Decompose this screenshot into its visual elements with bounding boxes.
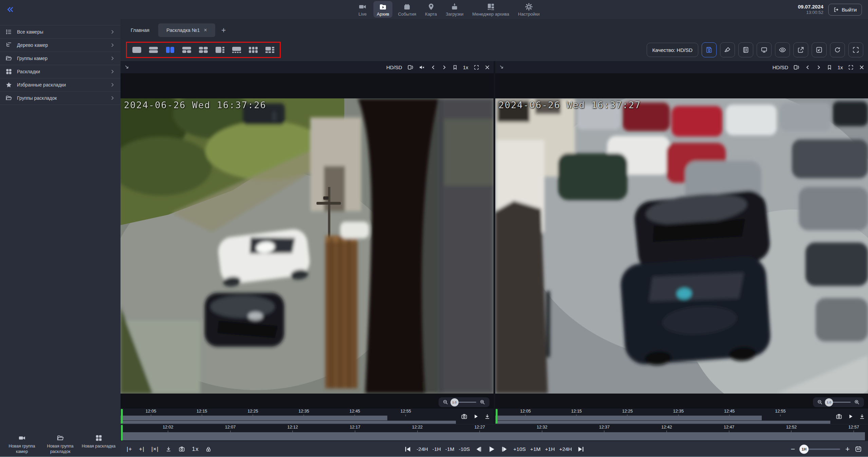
quality-button[interactable]: Качество: HD/SD bbox=[647, 43, 698, 57]
mark-range-start-button[interactable]: |+ bbox=[127, 446, 132, 453]
zoom-out-icon[interactable] bbox=[443, 399, 448, 405]
nav-archive-manager[interactable]: Менеджер архива bbox=[469, 1, 513, 18]
jump-back-button[interactable]: -1H bbox=[432, 446, 441, 452]
play-icon[interactable] bbox=[473, 413, 479, 420]
scale-knob[interactable]: 1H bbox=[799, 444, 809, 454]
layout-option-one-plus-three-right-icon[interactable] bbox=[215, 46, 225, 54]
refresh-button[interactable] bbox=[830, 42, 845, 57]
camera-zoom-slider[interactable]: 1.0 bbox=[452, 402, 476, 403]
bookmark-icon[interactable] bbox=[452, 64, 458, 70]
new-camera-group-button[interactable]: Новая группа камер bbox=[3, 434, 41, 455]
jump-back-button[interactable]: -1M bbox=[445, 446, 455, 452]
main-timeline[interactable]: 12:0212:0712:1212:1712:2212:2712:3212:37… bbox=[121, 424, 868, 441]
skip-to-end-icon[interactable] bbox=[577, 445, 585, 453]
download-icon[interactable] bbox=[484, 413, 491, 420]
new-layout-button[interactable]: Новая раскладка bbox=[80, 434, 118, 455]
camera-1-quality-toggle[interactable]: HD/SD bbox=[386, 64, 402, 70]
sidebar-item-layouts[interactable]: Раскладки bbox=[0, 65, 121, 78]
jump-forward-button[interactable]: +1H bbox=[545, 446, 555, 452]
next-interval-icon[interactable] bbox=[441, 64, 447, 70]
collapse-sidebar-icon[interactable] bbox=[6, 5, 15, 14]
sidebar-item-camera-groups[interactable]: Группы камер bbox=[0, 52, 121, 65]
camera-1-video[interactable]: 2024-06-26 Wed 16:37:26 bbox=[121, 98, 494, 394]
prev-interval-icon[interactable] bbox=[805, 64, 811, 70]
sidebar-item-layout-groups[interactable]: Группы раскладок bbox=[0, 92, 121, 105]
fullscreen-button[interactable] bbox=[848, 42, 863, 57]
bookmark-icon[interactable] bbox=[827, 64, 832, 70]
download-icon[interactable] bbox=[859, 413, 865, 420]
play-button[interactable] bbox=[487, 445, 496, 453]
mark-range-end-button[interactable]: +| bbox=[139, 446, 144, 453]
play-icon[interactable] bbox=[847, 413, 854, 420]
fit-frame-icon[interactable] bbox=[407, 64, 414, 71]
close-camera-icon[interactable] bbox=[484, 64, 490, 70]
camera-1-timeline[interactable]: 12:0512:1512:2512:3512:4512:55 bbox=[121, 408, 494, 424]
calendar-icon[interactable] bbox=[855, 445, 862, 453]
snapshot-icon[interactable] bbox=[461, 413, 467, 420]
layout-option-grid-3x2-icon[interactable] bbox=[248, 46, 259, 54]
camera-2-timeline[interactable]: 12:0512:1512:2512:3512:4512:55 bbox=[495, 408, 868, 424]
camera-2-video[interactable]: 2024-06-26 Wed 16:37:27 bbox=[495, 98, 868, 394]
nav-map[interactable]: Карта bbox=[422, 1, 440, 18]
new-layout-group-button[interactable]: Новая группа раскладок bbox=[41, 434, 79, 455]
nav-settings[interactable]: Настройки bbox=[515, 1, 543, 18]
logout-button[interactable]: Выйти bbox=[828, 4, 862, 16]
nav-archive[interactable]: Архив bbox=[373, 1, 392, 18]
layout-option-single-icon[interactable] bbox=[131, 46, 142, 54]
resize-handle-icon[interactable] bbox=[499, 64, 505, 70]
layout-option-two-rows-icon[interactable] bbox=[148, 46, 159, 54]
fit-frame-icon[interactable] bbox=[793, 64, 800, 71]
jump-forward-button[interactable]: +10S bbox=[513, 446, 526, 452]
close-camera-icon[interactable] bbox=[859, 64, 865, 70]
camera-zoom-knob[interactable]: 1.0 bbox=[825, 398, 833, 406]
camera-1-speed[interactable]: 1x bbox=[463, 64, 468, 70]
sidebar-item-camera-tree[interactable]: Дерево камер bbox=[0, 39, 121, 52]
save-layout-button[interactable] bbox=[702, 42, 717, 57]
lock-icon[interactable] bbox=[205, 446, 211, 452]
camera-zoom-knob[interactable]: 1.0 bbox=[450, 398, 459, 406]
mute-icon[interactable] bbox=[419, 64, 425, 71]
zoom-in-icon[interactable] bbox=[480, 399, 485, 405]
layout-option-one-plus-five-icon[interactable] bbox=[264, 46, 275, 54]
camera-2-playhead[interactable] bbox=[496, 409, 498, 424]
playback-speed[interactable]: 1x bbox=[192, 446, 199, 453]
snapshot-icon[interactable] bbox=[179, 446, 185, 452]
layout-option-one-plus-four-bottom-icon[interactable] bbox=[231, 46, 242, 54]
sidebar-item-all-cameras[interactable]: Все камеры bbox=[0, 25, 121, 39]
expand-icon[interactable] bbox=[848, 64, 854, 70]
resize-handle-icon[interactable] bbox=[124, 64, 130, 70]
display-button[interactable] bbox=[757, 42, 772, 57]
jump-back-button[interactable]: -10S bbox=[459, 446, 470, 452]
sidebar-item-favorite-layouts[interactable]: Избранные раскладки bbox=[0, 78, 121, 92]
tab-layout-1[interactable]: Раскладка №1 × bbox=[158, 23, 215, 37]
snapshot-icon[interactable] bbox=[836, 413, 842, 420]
layout-option-grid-2x2-icon[interactable] bbox=[198, 46, 209, 54]
camera-zoom-slider[interactable]: 1.0 bbox=[826, 402, 851, 403]
camera-2-speed[interactable]: 1x bbox=[837, 64, 843, 70]
expand-icon[interactable] bbox=[474, 64, 479, 70]
prev-interval-icon[interactable] bbox=[430, 64, 436, 70]
tab-home[interactable]: Главная bbox=[123, 23, 158, 37]
main-playhead[interactable] bbox=[121, 425, 123, 441]
clear-range-button[interactable]: |×| bbox=[151, 446, 159, 453]
appearance-button[interactable] bbox=[720, 42, 735, 57]
zoom-out-icon[interactable] bbox=[817, 399, 823, 405]
layout-option-two-columns-icon[interactable] bbox=[165, 46, 176, 54]
camera-1-playhead[interactable] bbox=[121, 409, 123, 424]
jump-forward-button[interactable]: +1M bbox=[530, 446, 541, 452]
scale-plus-button[interactable]: + bbox=[845, 445, 850, 453]
export-clip-icon[interactable] bbox=[165, 446, 172, 452]
add-tab-button[interactable]: + bbox=[216, 26, 231, 35]
journal-button[interactable] bbox=[738, 42, 753, 57]
step-back-icon[interactable] bbox=[475, 445, 482, 453]
zoom-in-icon[interactable] bbox=[854, 399, 860, 405]
jump-back-button[interactable]: -24H bbox=[417, 446, 428, 452]
export-button[interactable] bbox=[793, 42, 808, 57]
visibility-button[interactable] bbox=[775, 42, 790, 57]
camera-2-quality-toggle[interactable]: HD/SD bbox=[772, 64, 788, 70]
step-forward-icon[interactable] bbox=[501, 445, 508, 453]
next-interval-icon[interactable] bbox=[816, 64, 821, 70]
nav-events[interactable]: События bbox=[394, 1, 420, 18]
nav-live[interactable]: Live bbox=[354, 1, 371, 18]
skip-to-start-icon[interactable] bbox=[404, 445, 411, 453]
